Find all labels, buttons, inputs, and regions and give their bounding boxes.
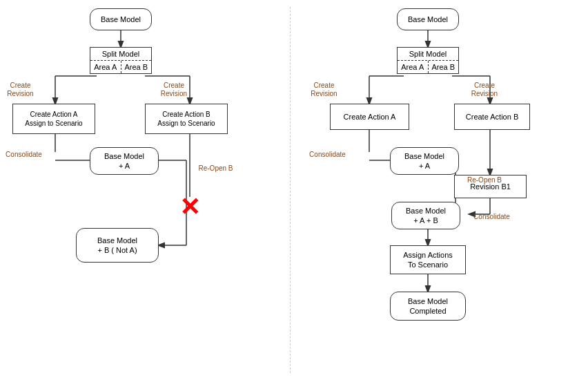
right-consolidate-right: Consolidate — [469, 213, 514, 221]
left-base-model: Base Model — [90, 8, 152, 30]
divider — [290, 7, 291, 373]
right-area-b: Area B — [429, 61, 459, 73]
left-consolidate: Consolidate — [1, 151, 46, 159]
left-red-x: ✕ — [175, 192, 205, 222]
right-assign-actions: Assign ActionsTo Scenario — [390, 245, 466, 274]
left-base-model-a: Base Model+ A — [90, 147, 159, 175]
left-create-revision-left: Create Revision — [1, 82, 39, 98]
right-base-model-a: Base Model+ A — [390, 147, 459, 175]
right-create-revision-right: CreateRevision — [464, 82, 505, 98]
right-base-model-ab: Base Model+ A + B — [391, 202, 460, 229]
right-create-action-a: Create Action A — [330, 104, 409, 130]
right-base-model-completed: Base ModelCompleted — [390, 292, 466, 321]
left-area-a: Area A — [90, 61, 121, 73]
right-base-model: Base Model — [397, 8, 459, 30]
left-create-action-b: Create Action BAssign to Scenario — [145, 104, 228, 134]
right-create-revision-left: CreateRevision — [305, 82, 343, 98]
left-reopen-b: Re-Open B — [197, 164, 235, 173]
left-create-revision-right: Create Revision — [153, 82, 195, 98]
left-base-model-b: Base Model+ B ( Not A) — [76, 228, 159, 263]
right-area-a: Area A — [398, 61, 429, 73]
left-area-b: Area B — [121, 61, 152, 73]
left-create-action-a: Create Action AAssign to Scenario — [12, 104, 95, 134]
left-split-model: Split Model Area A Area B — [90, 47, 152, 74]
diagram-container: Base Model Split Model Area A Area B Cre… — [0, 0, 588, 380]
right-create-action-b: Create Action B — [454, 104, 530, 130]
right-reopen-b: Re-Open B — [464, 176, 505, 184]
right-consolidate-left: Consolidate — [305, 151, 350, 159]
right-split-model: Split Model Area A Area B — [397, 47, 459, 74]
